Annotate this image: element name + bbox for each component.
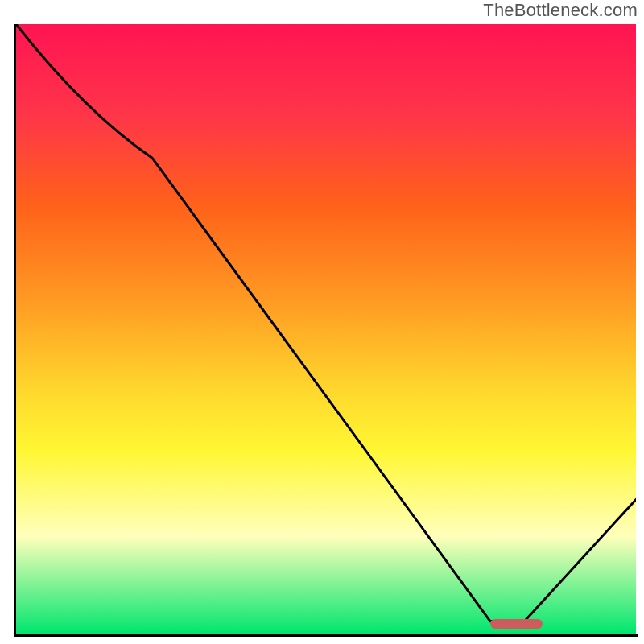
chart-svg (16, 24, 636, 634)
watermark-text: TheBottleneck.com (483, 0, 638, 21)
chart-plot-area (16, 24, 636, 634)
gradient-background (16, 24, 636, 634)
x-axis-line (14, 634, 638, 637)
bottleneck-marker (490, 619, 543, 629)
